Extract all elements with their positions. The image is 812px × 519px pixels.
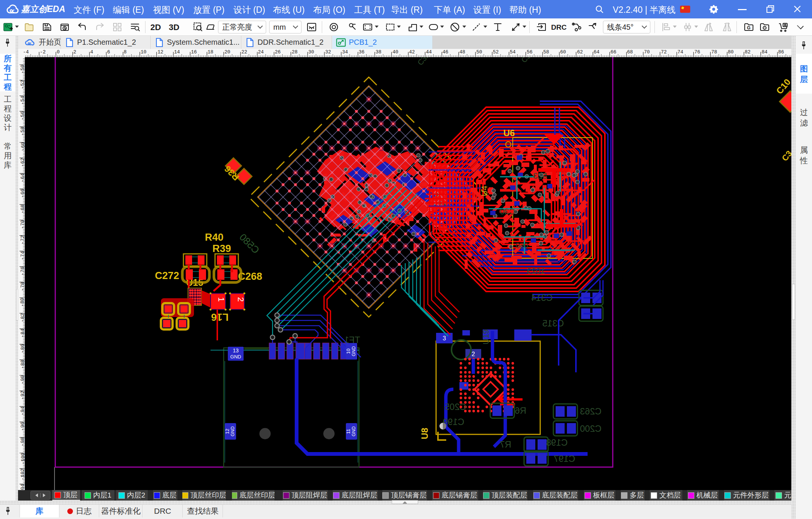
svg-text:-70: -70 xyxy=(20,220,25,229)
svg-text:-76: -76 xyxy=(20,267,25,275)
svg-text:R39: R39 xyxy=(212,243,231,254)
svg-text:C320: C320 xyxy=(416,57,434,67)
svg-text:C580: C580 xyxy=(237,231,262,256)
svg-text:52: 52 xyxy=(493,49,499,55)
svg-text:26: 26 xyxy=(275,49,281,55)
svg-text:-94: -94 xyxy=(20,407,25,416)
svg-text:-50: -50 xyxy=(20,65,25,73)
svg-text:12: 12 xyxy=(224,429,230,434)
svg-text:-62: -62 xyxy=(20,158,25,167)
svg-text:-74: -74 xyxy=(20,251,25,260)
svg-text:10: 10 xyxy=(141,49,147,55)
svg-text:28: 28 xyxy=(292,49,298,55)
svg-text:66: 66 xyxy=(611,49,617,55)
svg-text:64: 64 xyxy=(594,49,600,55)
svg-text:U19: U19 xyxy=(481,329,491,344)
svg-text:-88: -88 xyxy=(20,360,25,369)
svg-text:2: 2 xyxy=(472,351,475,357)
svg-text:38: 38 xyxy=(376,49,382,55)
svg-text:R7: R7 xyxy=(500,439,511,449)
svg-text:C200: C200 xyxy=(580,423,601,434)
svg-text:L16: L16 xyxy=(211,311,229,323)
svg-text:1023: 1023 xyxy=(527,266,545,276)
svg-text:86: 86 xyxy=(778,49,784,55)
svg-text:22: 22 xyxy=(241,49,247,55)
svg-text:80: 80 xyxy=(728,49,734,55)
svg-text:U8: U8 xyxy=(420,428,430,439)
svg-text:58: 58 xyxy=(543,49,549,55)
svg-text:C30: C30 xyxy=(500,207,515,216)
svg-text:-72: -72 xyxy=(20,235,25,244)
svg-text:18: 18 xyxy=(208,49,214,55)
svg-text:54: 54 xyxy=(510,49,516,55)
svg-text:-54: -54 xyxy=(20,96,25,105)
svg-text:50: 50 xyxy=(476,49,482,55)
svg-text:050: 050 xyxy=(516,241,528,250)
svg-text:12: 12 xyxy=(158,49,164,55)
svg-text:46: 46 xyxy=(442,49,448,55)
svg-text:36: 36 xyxy=(359,49,365,55)
svg-text:U6: U6 xyxy=(503,128,515,138)
svg-text:16: 16 xyxy=(191,49,197,55)
svg-text:-100: -100 xyxy=(20,453,25,464)
svg-text:11: 11 xyxy=(345,429,351,434)
svg-text:0: 0 xyxy=(57,49,60,55)
svg-text:1: 1 xyxy=(217,297,226,302)
svg-text:-96: -96 xyxy=(20,422,25,431)
svg-text:14: 14 xyxy=(174,49,180,55)
svg-text:76: 76 xyxy=(694,49,700,55)
svg-text:-104: -104 xyxy=(20,484,25,490)
svg-text:-64: -64 xyxy=(20,173,25,182)
svg-text:24: 24 xyxy=(258,49,264,55)
svg-text:U4: U4 xyxy=(480,186,489,196)
svg-text:-98: -98 xyxy=(20,437,25,446)
svg-text:GND: GND xyxy=(351,346,356,356)
svg-text:2: 2 xyxy=(236,297,245,302)
svg-text:523: 523 xyxy=(533,171,547,181)
svg-text:C272: C272 xyxy=(155,270,179,281)
svg-text:13: 13 xyxy=(233,348,239,354)
svg-text:-4: -4 xyxy=(23,49,29,55)
svg-text:8: 8 xyxy=(124,49,127,55)
svg-text:-102: -102 xyxy=(20,469,25,480)
svg-text:62: 62 xyxy=(577,49,583,55)
svg-text:-68: -68 xyxy=(20,205,25,213)
svg-text:70: 70 xyxy=(644,49,650,55)
svg-text:3: 3 xyxy=(443,335,446,341)
svg-text:56: 56 xyxy=(527,49,533,55)
svg-text:44: 44 xyxy=(426,49,432,55)
svg-text:84: 84 xyxy=(762,49,768,55)
svg-text:-56: -56 xyxy=(20,111,25,120)
svg-text:C197: C197 xyxy=(554,454,575,464)
svg-text:-60: -60 xyxy=(20,142,25,151)
svg-text:48: 48 xyxy=(459,49,465,55)
svg-text:C314: C314 xyxy=(531,293,553,303)
svg-text:R40: R40 xyxy=(205,232,224,243)
svg-text:20: 20 xyxy=(224,49,230,55)
svg-text:C198: C198 xyxy=(546,437,568,448)
svg-text:C3: C3 xyxy=(780,149,791,163)
svg-text:-82: -82 xyxy=(20,313,25,322)
svg-text:60: 60 xyxy=(560,49,566,55)
svg-text:74: 74 xyxy=(677,49,683,55)
svg-text:68: 68 xyxy=(627,49,633,55)
svg-text:-66: -66 xyxy=(20,189,25,197)
svg-text:10: 10 xyxy=(345,349,351,354)
svg-text:GND: GND xyxy=(230,426,235,436)
svg-text:C34: C34 xyxy=(520,57,535,64)
svg-text:-80: -80 xyxy=(20,298,25,307)
svg-text:78: 78 xyxy=(711,49,717,55)
svg-text:2: 2 xyxy=(73,49,76,55)
svg-text:GND: GND xyxy=(230,354,241,360)
svg-text:R6: R6 xyxy=(515,405,526,416)
svg-text:30: 30 xyxy=(308,49,314,55)
svg-text:C315: C315 xyxy=(542,318,564,328)
svg-text:-84: -84 xyxy=(20,329,25,338)
svg-text:-90: -90 xyxy=(20,375,25,384)
svg-text:-52: -52 xyxy=(20,80,25,89)
svg-text:-78: -78 xyxy=(20,282,25,291)
svg-text:C205: C205 xyxy=(445,402,466,412)
svg-text:6: 6 xyxy=(107,49,110,55)
svg-text:G: G xyxy=(747,25,750,30)
svg-text:-2: -2 xyxy=(40,49,46,55)
